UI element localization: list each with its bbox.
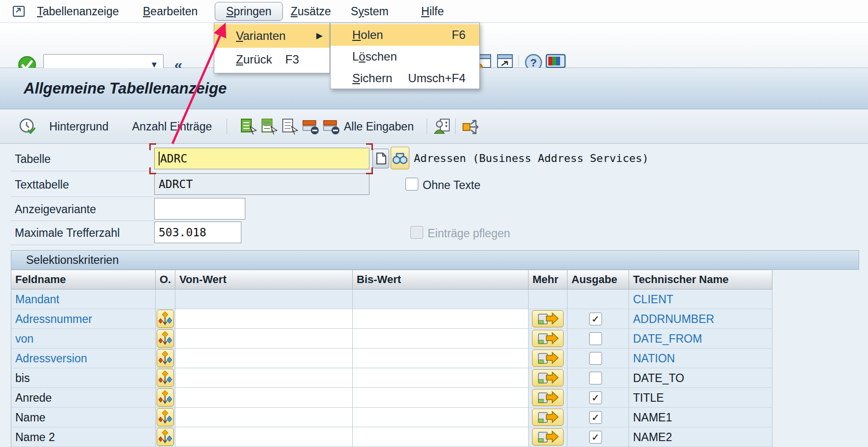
delete-selection-icon[interactable] <box>301 118 319 135</box>
menu-item-holen[interactable]: Holen F6 <box>331 24 479 46</box>
more-selection-icon[interactable] <box>532 310 564 327</box>
ohne-texte-checkbox[interactable] <box>405 178 418 191</box>
menu-zusaetze[interactable]: Zusätze <box>291 0 331 23</box>
output-checkbox[interactable] <box>589 332 602 345</box>
technical-name: DATE_TO <box>633 368 684 388</box>
focus-bracket <box>366 167 373 174</box>
field-name-link: Name 2 <box>15 427 55 447</box>
multiple-selection-icon[interactable] <box>157 388 174 407</box>
form-divider <box>11 221 154 221</box>
bis-wert-input[interactable] <box>353 349 529 368</box>
output-checkbox[interactable] <box>589 372 602 384</box>
alle-eingaben-button[interactable]: Alle Eingaben <box>344 109 414 144</box>
field-name-link[interactable]: von <box>15 329 33 349</box>
menu-item-varianten[interactable]: Varianten ▶ <box>214 24 330 48</box>
menu-tabellenanzeige[interactable]: Tabellenanzeige <box>37 0 119 23</box>
bis-wert-input[interactable] <box>353 388 529 408</box>
svg-text:?: ? <box>530 57 536 69</box>
multiple-selection-icon[interactable] <box>157 349 174 367</box>
window-menu-icon[interactable] <box>12 4 27 19</box>
menu-springen[interactable]: Springen <box>215 2 283 21</box>
column-header-technischer-name: Technischer Name <box>629 270 772 289</box>
bis-wert-input[interactable] <box>353 309 529 329</box>
multiple-selection-icon[interactable] <box>157 310 174 328</box>
possible-entries-icon[interactable] <box>372 149 389 168</box>
select-block-icon[interactable] <box>260 118 278 135</box>
menu-system[interactable]: System <box>351 0 389 23</box>
search-help-icon[interactable] <box>391 147 409 169</box>
focus-bracket <box>366 143 373 150</box>
menu-hilfe[interactable]: Hilfe <box>421 0 444 23</box>
delete-all-inputs-icon[interactable] <box>322 118 340 135</box>
apptoolbar-separator <box>227 119 227 134</box>
technical-name: NAME2 <box>633 427 672 447</box>
output-checkbox[interactable]: ✓ <box>589 391 602 404</box>
bis-wert-input[interactable] <box>353 329 529 349</box>
anzahl-eintraege-button[interactable]: Anzahl Einträge <box>132 109 212 144</box>
more-selection-icon[interactable] <box>532 389 564 406</box>
output-checkbox[interactable] <box>589 352 602 365</box>
menu-bar: Tabellenanzeige Bearbeiten Springen Zusä… <box>0 0 868 23</box>
bis-wert-input[interactable] <box>353 427 529 447</box>
multiple-selection-icon[interactable] <box>157 369 174 387</box>
maximale-trefferzahl-field[interactable]: 503.018 <box>154 222 241 243</box>
field-name-link[interactable]: Adressnummer <box>15 309 92 329</box>
von-wert-input[interactable] <box>175 349 353 368</box>
more-selection-icon[interactable] <box>532 409 564 426</box>
execute-in-background-icon[interactable] <box>19 118 36 135</box>
texttabelle-field[interactable]: ADRCT <box>154 173 369 195</box>
more-selection-icon[interactable] <box>532 330 564 347</box>
menu-item-loeschen[interactable]: Löschen <box>331 46 479 67</box>
technical-name: NATION <box>633 349 675 368</box>
more-selection-icon[interactable] <box>532 369 564 386</box>
column-header-o: O. <box>156 270 175 289</box>
column-header-von-wert: Von-Wert <box>175 270 353 289</box>
ohne-texte-label: Ohne Texte <box>423 179 480 192</box>
anzeigevariante-field[interactable] <box>154 198 245 220</box>
focus-bracket <box>149 167 156 174</box>
selektionskriterien-header: Selektionskriterien <box>11 250 859 270</box>
selection-row: von DATE_FROM <box>11 329 772 349</box>
menu-item-sichern[interactable]: Sichern Umsch+F4 <box>331 67 479 89</box>
select-all-icon[interactable] <box>239 118 257 135</box>
von-wert-input[interactable] <box>175 368 353 388</box>
menu-item-zurueck[interactable]: Zurück F3 <box>214 48 330 71</box>
field-name-link: Anrede <box>15 388 52 408</box>
output-checkbox[interactable]: ✓ <box>589 411 602 424</box>
von-wert-input[interactable] <box>175 388 353 408</box>
field-name-link: Name <box>15 408 45 427</box>
texttabelle-label: Texttabelle <box>15 178 69 192</box>
distribute-export-icon[interactable] <box>461 118 483 135</box>
output-checkbox[interactable]: ✓ <box>589 313 602 325</box>
von-wert-input[interactable] <box>175 408 353 427</box>
multiple-selection-icon[interactable] <box>157 428 174 446</box>
bis-wert-input[interactable] <box>353 289 529 309</box>
bis-wert-input[interactable] <box>353 368 529 388</box>
multiple-selection-icon[interactable] <box>157 408 174 426</box>
focus-bracket <box>149 143 156 150</box>
hintergrund-button[interactable]: Hintergrund <box>49 109 108 144</box>
more-selection-icon[interactable] <box>532 428 564 446</box>
more-selection-icon[interactable] <box>532 350 564 367</box>
column-header-ausgabe: Ausgabe <box>568 270 629 289</box>
von-wert-input[interactable] <box>175 427 353 447</box>
deselect-all-icon[interactable] <box>281 118 299 135</box>
von-wert-input[interactable] <box>175 289 353 309</box>
technical-name: TITLE <box>633 388 664 408</box>
shortcut-umsch-f4: Umsch+F4 <box>408 67 466 89</box>
bis-wert-input[interactable] <box>353 408 529 427</box>
field-name-link[interactable]: Adressversion <box>15 349 87 368</box>
tabelle-field[interactable]: ADRC <box>154 148 369 169</box>
selection-row: Anrede ✓ TITLE <box>11 388 772 408</box>
sap-gui-window: Tabellenanzeige Bearbeiten Springen Zusä… <box>0 0 868 447</box>
von-wert-input[interactable] <box>175 329 353 349</box>
field-name-link[interactable]: Mandant <box>15 289 60 309</box>
user-parameters-icon[interactable] <box>434 118 451 135</box>
application-toolbar: Hintergrund Anzahl Einträge <box>0 109 868 144</box>
multiple-selection-icon[interactable] <box>157 329 174 348</box>
menu-bearbeiten[interactable]: Bearbeiten <box>143 0 198 23</box>
technical-name: NAME1 <box>633 408 672 427</box>
output-checkbox[interactable]: ✓ <box>589 431 602 444</box>
selection-table: Feldname O. Von-Wert Bis-Wert Mehr Ausga… <box>11 270 772 447</box>
von-wert-input[interactable] <box>175 309 353 329</box>
